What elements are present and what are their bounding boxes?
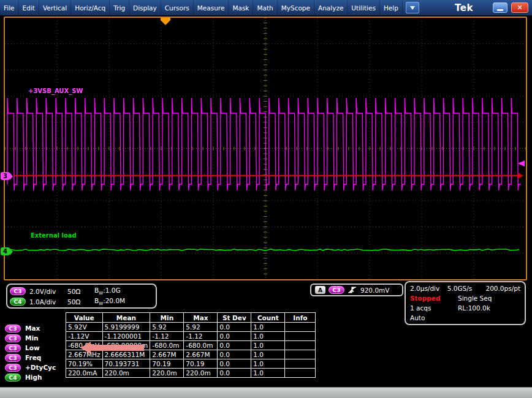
measurement-name: Freq bbox=[25, 354, 41, 361]
measurement-name: Min bbox=[25, 334, 39, 342]
arrow-head-icon bbox=[80, 342, 91, 354]
meas-cell: 70.19 bbox=[150, 359, 184, 369]
arrow-tail bbox=[90, 345, 144, 351]
channel-badge-c3[interactable]: C3 bbox=[5, 334, 21, 342]
menu-utilities[interactable]: Utilities bbox=[348, 0, 380, 15]
meas-row-high: C4 High bbox=[5, 372, 56, 382]
menu-myscope[interactable]: MyScope bbox=[278, 0, 314, 15]
meas-cell: 1.0 bbox=[251, 341, 285, 350]
meas-cell: -1.12 bbox=[184, 332, 218, 341]
channel-badge-c3[interactable]: C3 bbox=[5, 354, 21, 362]
trig-mode-line: Auto bbox=[406, 313, 525, 323]
ch3-ground-marker[interactable]: 3 bbox=[1, 172, 10, 180]
measurement-name: High bbox=[25, 374, 42, 381]
acq-state-line: Stopped Single Seq bbox=[406, 293, 525, 303]
meas-cell: 5.92 bbox=[150, 323, 184, 332]
acq-state: Stopped bbox=[410, 295, 458, 302]
menu-math[interactable]: Math bbox=[253, 0, 277, 15]
meas-cell bbox=[285, 332, 316, 341]
close-button[interactable]: ✕ bbox=[511, 2, 528, 13]
sample-resolution: 200.0ps/pt bbox=[485, 285, 520, 292]
horizontal-readout-box[interactable]: 2.0µs/div 5.0GS/s 200.0ps/pt Stopped Sin… bbox=[405, 281, 526, 325]
ch4-termination: 50Ω bbox=[67, 298, 94, 306]
meas-cell: 0.0 bbox=[218, 332, 251, 341]
menu-edit[interactable]: Edit bbox=[19, 0, 39, 15]
meas-cell: 1.0 bbox=[251, 369, 285, 378]
meas-cell bbox=[285, 323, 316, 332]
oscilloscope-app: File Edit Vertical Horiz/Acq Trig Displa… bbox=[0, 0, 532, 398]
meas-cell bbox=[285, 350, 316, 359]
meas-header-max: Max bbox=[184, 313, 218, 323]
vertical-readout-box[interactable]: C3 2.0V/div 50Ω BW:1.0G C4 1.0A/div 50Ω … bbox=[6, 283, 157, 309]
ch3-badge[interactable]: C3 bbox=[10, 287, 26, 295]
meas-cell: 1.0 bbox=[251, 332, 285, 341]
channel-badge-c3[interactable]: C3 bbox=[5, 344, 21, 352]
measurement-name: Low bbox=[25, 344, 40, 351]
channel-badge-c3[interactable]: C3 bbox=[5, 325, 21, 332]
trigger-level-value: 920.0mV bbox=[360, 287, 389, 294]
meas-cell: -1.12V bbox=[66, 332, 103, 341]
ch3-termination: 50Ω bbox=[67, 288, 94, 295]
ch4-bandwidth: BW:20.0M bbox=[94, 297, 125, 306]
ch4-scale: 1.0A/div bbox=[29, 298, 67, 306]
trigger-slope-icon bbox=[348, 286, 357, 294]
meas-cell: -1.12 bbox=[150, 332, 184, 341]
menu-help[interactable]: Help bbox=[380, 0, 403, 15]
close-icon: ✕ bbox=[517, 4, 522, 12]
trigger-source-badge[interactable]: C3 bbox=[329, 286, 344, 294]
meas-cell: -680.0m bbox=[150, 341, 184, 350]
ch3-bandwidth: BW:1.0G bbox=[94, 287, 121, 296]
table-row: -1.12V -1.1200001 -1.12 -1.12 0.0 1.0 bbox=[66, 332, 316, 341]
meas-cell bbox=[285, 341, 316, 350]
ch3-readout-row: C3 2.0V/div 50Ω BW:1.0G bbox=[10, 286, 153, 296]
meas-header-mean: Mean bbox=[102, 313, 150, 323]
scope-canvas[interactable] bbox=[5, 18, 526, 279]
acq-count: 1 acqs bbox=[410, 304, 458, 312]
channel-badge-c4[interactable]: C4 bbox=[5, 374, 21, 381]
ch4-badge[interactable]: C4 bbox=[10, 298, 26, 306]
meas-cell: 70.19 bbox=[184, 359, 218, 369]
trigger-readout-box[interactable]: A C3 920.0mV bbox=[310, 283, 403, 296]
timebase-scale: 2.0µs/div bbox=[410, 285, 447, 292]
minimize-icon bbox=[497, 9, 503, 11]
meas-row-dtycyc: C3 +DtyCyc bbox=[5, 362, 56, 372]
menu-measure[interactable]: Measure bbox=[194, 0, 229, 15]
channel-badge-c3[interactable]: C3 bbox=[5, 364, 21, 372]
meas-row-freq: C3 Freq bbox=[5, 353, 56, 362]
meas-header-count: Count bbox=[251, 313, 285, 323]
meas-cell: 1.0 bbox=[251, 350, 285, 359]
trigger-mode: Auto bbox=[410, 314, 425, 321]
meas-header-row: Value Mean Min Max St Dev Count Info bbox=[66, 313, 316, 323]
menu-dropdown-button[interactable] bbox=[406, 2, 419, 13]
meas-cell: 220.0m bbox=[150, 369, 184, 378]
menu-file[interactable]: File bbox=[0, 0, 19, 15]
meas-header-value: Value bbox=[66, 313, 103, 323]
menu-analyze[interactable]: Analyze bbox=[314, 0, 348, 15]
ch3-scale: 2.0V/div bbox=[29, 288, 67, 295]
menu-vertical[interactable]: Vertical bbox=[39, 0, 71, 15]
chevron-down-icon bbox=[410, 6, 415, 10]
menu-horiz-acq[interactable]: Horiz/Acq bbox=[71, 0, 110, 15]
meas-cell: 220.0m bbox=[184, 369, 218, 378]
meas-cell: 220.0m bbox=[102, 369, 150, 378]
meas-row-min: C3 Min bbox=[5, 333, 56, 343]
menu-bar: File Edit Vertical Horiz/Acq Trig Displa… bbox=[0, 0, 532, 15]
meas-cell: 0.0 bbox=[218, 369, 251, 378]
menu-trig[interactable]: Trig bbox=[110, 0, 129, 15]
menu-cursors[interactable]: Cursors bbox=[161, 0, 194, 15]
minimize-button[interactable] bbox=[493, 2, 507, 13]
meas-cell: -680.0m bbox=[184, 341, 218, 350]
menu-display[interactable]: Display bbox=[129, 0, 161, 15]
waveform-display[interactable]: +3VSB_AUX_SW External load bbox=[4, 17, 527, 280]
ch4-ground-marker[interactable]: 4 bbox=[1, 247, 10, 255]
meas-cell: 70.19% bbox=[66, 359, 103, 369]
menu-mask[interactable]: Mask bbox=[229, 0, 253, 15]
meas-header-info: Info bbox=[285, 313, 316, 323]
annotation-arrow bbox=[80, 342, 145, 354]
meas-cell: 5.9199999 bbox=[102, 323, 150, 332]
table-row: 5.92V 5.9199999 5.92 5.92 0.0 1.0 bbox=[66, 323, 316, 332]
meas-cell: 2.667M bbox=[184, 350, 218, 359]
meas-row-low: C3 Low bbox=[5, 343, 56, 353]
meas-cell: 0.0 bbox=[218, 323, 251, 332]
meas-cell bbox=[285, 359, 316, 369]
